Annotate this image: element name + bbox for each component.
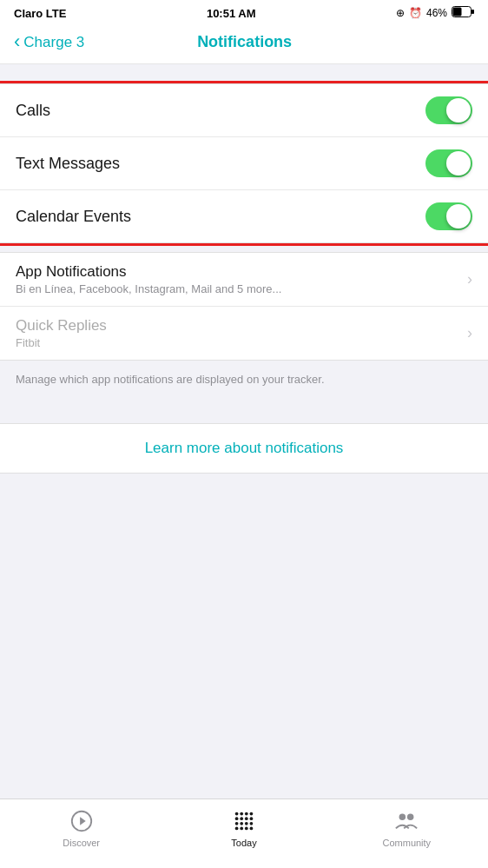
tab-discover[interactable]: Discover <box>51 808 112 848</box>
calls-row: Calls <box>0 84 488 137</box>
svg-point-13 <box>235 822 239 825</box>
svg-rect-2 <box>472 10 474 14</box>
svg-point-10 <box>240 817 243 820</box>
community-icon <box>393 808 419 834</box>
svg-point-16 <box>250 822 254 825</box>
nav-header: ‹ Charge 3 Notifications <box>0 24 488 64</box>
battery-label: 46% <box>426 7 447 19</box>
community-tab-label: Community <box>383 838 432 848</box>
carrier-label: Claro <box>14 7 43 20</box>
back-button[interactable]: ‹ Charge 3 <box>14 33 84 51</box>
calls-label: Calls <box>16 102 50 120</box>
svg-point-17 <box>235 827 239 831</box>
calendar-events-toggle-thumb <box>446 204 471 229</box>
svg-point-11 <box>245 817 248 820</box>
quick-replies-subtitle: Fitbit <box>16 336 107 349</box>
app-notifications-content: App Notifications Bi en Línea, Facebook,… <box>16 263 281 295</box>
battery-icon <box>452 6 474 20</box>
carrier-text: Claro LTE <box>14 7 66 20</box>
app-notifications-title: App Notifications <box>16 263 281 281</box>
quick-replies-chevron-icon: › <box>467 324 472 342</box>
learn-more-section: Learn more about notifications <box>0 423 488 474</box>
svg-point-18 <box>240 827 243 831</box>
quick-replies-content: Quick Replies Fitbit <box>16 317 107 349</box>
text-messages-label: Text Messages <box>16 155 120 173</box>
svg-point-9 <box>235 817 239 820</box>
back-chevron-icon: ‹ <box>14 32 20 51</box>
quick-replies-title: Quick Replies <box>16 317 107 335</box>
today-tab-label: Today <box>231 838 256 848</box>
app-notifications-row[interactable]: App Notifications Bi en Línea, Facebook,… <box>0 253 488 307</box>
app-notifications-chevron-icon: › <box>467 270 472 288</box>
calls-toggle-thumb <box>446 98 471 123</box>
svg-point-19 <box>245 827 248 831</box>
calendar-events-row: Calendar Events <box>0 190 488 242</box>
svg-point-5 <box>235 812 239 816</box>
top-spacer <box>0 64 488 83</box>
learn-more-link[interactable]: Learn more about notifications <box>145 440 344 456</box>
text-messages-toggle[interactable] <box>425 149 472 177</box>
list-section: App Notifications Bi en Línea, Facebook,… <box>0 252 488 361</box>
calendar-events-toggle[interactable] <box>425 202 472 230</box>
back-label: Charge 3 <box>23 34 84 51</box>
tab-bar: Discover Today <box>0 798 488 868</box>
calls-toggle[interactable] <box>425 96 472 124</box>
mid-spacer <box>0 243 488 252</box>
calendar-events-label: Calendar Events <box>16 208 131 226</box>
at-icon: ⊕ <box>396 7 405 19</box>
alarm-icon: ⏰ <box>409 7 422 19</box>
svg-point-8 <box>250 812 254 816</box>
svg-point-21 <box>399 814 406 820</box>
tab-community[interactable]: Community <box>376 808 437 848</box>
toggle-section: Calls Text Messages Calendar Events <box>0 83 488 243</box>
tab-today[interactable]: Today <box>214 808 274 848</box>
today-icon <box>231 808 257 834</box>
discover-tab-label: Discover <box>63 838 100 848</box>
text-messages-toggle-thumb <box>446 151 471 176</box>
footer-note: Manage which app notifications are displ… <box>0 361 488 404</box>
discover-icon <box>69 808 95 834</box>
status-right: ⊕ ⏰ 46% <box>396 6 474 20</box>
svg-point-7 <box>245 812 248 816</box>
quick-replies-row[interactable]: Quick Replies Fitbit › <box>0 307 488 360</box>
time-label: 10:51 AM <box>207 7 256 20</box>
svg-point-6 <box>240 812 243 816</box>
svg-point-15 <box>245 822 248 825</box>
svg-point-14 <box>240 822 243 825</box>
svg-point-12 <box>250 817 254 820</box>
svg-point-20 <box>250 827 254 831</box>
svg-rect-1 <box>453 8 462 17</box>
footer-note-text: Manage which app notifications are displ… <box>16 373 325 386</box>
page-title: Notifications <box>84 33 405 51</box>
svg-point-22 <box>407 814 413 820</box>
network-label: LTE <box>46 7 67 20</box>
text-messages-row: Text Messages <box>0 137 488 190</box>
empty-area <box>0 474 488 647</box>
app-notifications-subtitle: Bi en Línea, Facebook, Instagram, Mail a… <box>16 282 281 295</box>
svg-marker-4 <box>80 817 86 825</box>
main-content: Claro LTE 10:51 AM ⊕ ⏰ 46% ‹ Charge 3 No… <box>0 0 488 717</box>
status-bar: Claro LTE 10:51 AM ⊕ ⏰ 46% <box>0 0 488 24</box>
